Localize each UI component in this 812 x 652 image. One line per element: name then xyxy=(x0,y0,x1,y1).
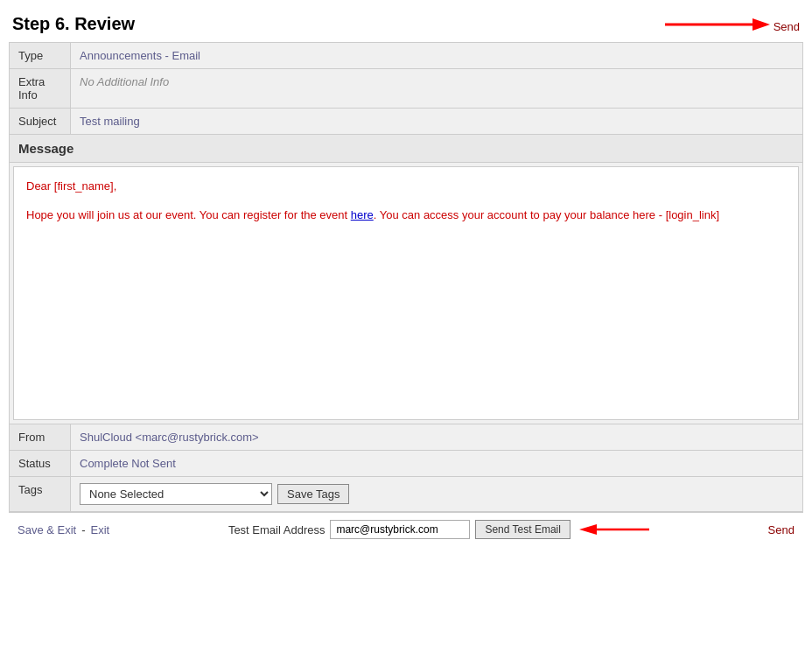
subject-label: Subject xyxy=(10,109,71,135)
message-content-row: Dear [first_name], Hope you will join us… xyxy=(10,163,803,424)
page-title: Step 6. Review xyxy=(12,14,135,34)
svg-marker-3 xyxy=(579,524,597,535)
save-exit-link[interactable]: Save & Exit xyxy=(18,523,76,536)
exit-link[interactable]: Exit xyxy=(91,523,110,536)
tags-label: Tags xyxy=(10,477,71,512)
tags-row: Tags None Selected Save Tags xyxy=(10,477,803,512)
subject-value: Test mailing xyxy=(71,109,803,135)
from-value: ShulCloud <marc@rustybrick.com> xyxy=(71,424,803,451)
send-link-bottom[interactable]: Send xyxy=(768,523,794,536)
save-tags-button[interactable]: Save Tags xyxy=(277,484,349,504)
extra-info-row: ExtraInfo No Additional Info xyxy=(10,69,803,109)
type-row: Type Announcements - Email xyxy=(10,43,803,69)
from-row: From ShulCloud <marc@rustybrick.com> xyxy=(10,424,803,451)
message-label: Message xyxy=(10,135,803,163)
message-here-link[interactable]: here xyxy=(351,208,374,221)
type-label: Type xyxy=(10,43,71,69)
send-link-top[interactable]: Send xyxy=(774,20,800,33)
footer-center: Test Email Address Send Test Email xyxy=(228,520,649,539)
status-value: Complete Not Sent xyxy=(71,451,803,477)
message-header-row: Message xyxy=(10,135,803,163)
extra-info-label: ExtraInfo xyxy=(10,69,71,109)
svg-marker-1 xyxy=(752,18,770,31)
test-email-input[interactable] xyxy=(330,520,470,539)
tags-select[interactable]: None Selected xyxy=(80,483,272,505)
page-header: Step 6. Review Send xyxy=(9,9,803,42)
message-content-cell: Dear [first_name], Hope you will join us… xyxy=(10,163,803,424)
status-row: Status Complete Not Sent xyxy=(10,451,803,477)
status-label: Status xyxy=(10,451,71,477)
footer-bar: Save & Exit - Exit Test Email Address Se… xyxy=(9,512,803,546)
message-greeting: Dear [first_name], xyxy=(26,178,786,196)
test-email-label: Test Email Address xyxy=(228,523,326,536)
footer-separator: - xyxy=(81,523,85,536)
send-test-arrow-icon xyxy=(579,521,649,538)
send-test-email-button[interactable]: Send Test Email xyxy=(475,520,570,539)
subject-row: Subject Test mailing xyxy=(10,109,803,135)
send-arrow-icon xyxy=(665,14,770,35)
tags-select-wrapper: None Selected Save Tags xyxy=(80,483,349,505)
footer-left: Save & Exit - Exit xyxy=(18,523,109,536)
type-value: Announcements - Email xyxy=(71,43,803,69)
message-body: Dear [first_name], Hope you will join us… xyxy=(13,166,799,420)
from-label: From xyxy=(10,424,71,451)
message-body-text: Hope you will join us at our event. You … xyxy=(26,207,786,225)
tags-cell: None Selected Save Tags xyxy=(71,477,803,512)
review-table: Type Announcements - Email ExtraInfo No … xyxy=(9,42,803,512)
extra-info-value: No Additional Info xyxy=(71,69,803,109)
